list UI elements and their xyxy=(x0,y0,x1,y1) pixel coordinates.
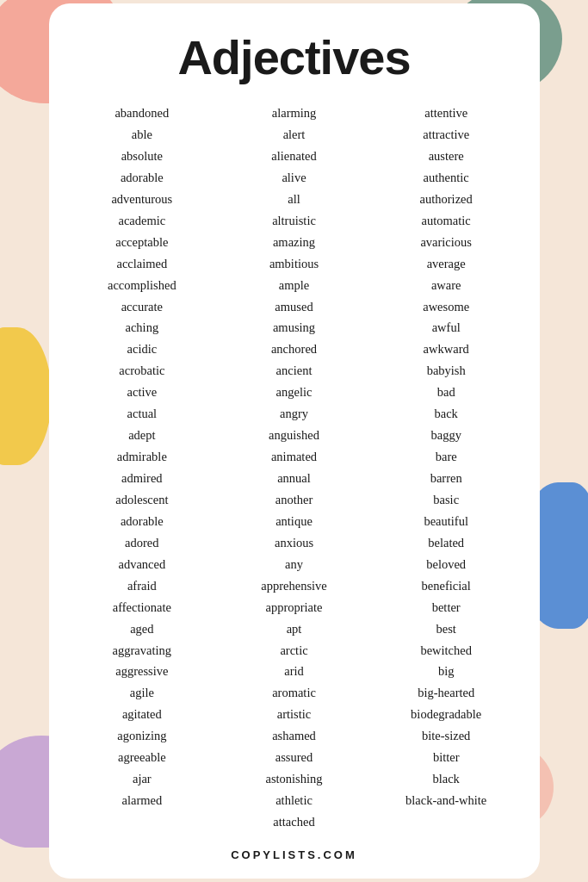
word-item: accurate xyxy=(121,296,163,318)
word-item: anguished xyxy=(269,425,319,446)
word-item: alienated xyxy=(271,146,316,167)
word-item: ample xyxy=(279,275,309,296)
word-item: abandoned xyxy=(115,102,169,124)
word-item: assured xyxy=(275,747,313,768)
word-item: barren xyxy=(430,468,462,489)
word-item: actual xyxy=(127,403,158,425)
word-item: agile xyxy=(130,682,154,704)
word-item: ambitious xyxy=(269,253,319,275)
word-item: adored xyxy=(125,532,158,554)
word-item: adept xyxy=(128,425,155,446)
word-item: affectionate xyxy=(113,597,171,618)
word-item: adorable xyxy=(121,167,164,189)
word-columns: abandonedableabsoluteadorableadventurous… xyxy=(66,102,523,833)
word-item: acclaimed xyxy=(116,253,167,275)
main-card: Adjectives abandonedableabsoluteadorable… xyxy=(49,3,540,879)
word-item: anchored xyxy=(271,339,317,360)
word-item: black-and-white xyxy=(405,790,486,811)
word-item: beloved xyxy=(426,554,466,575)
word-item: average xyxy=(427,253,466,275)
column-2: alarmingalertalienatedaliveallaltruistic… xyxy=(218,102,370,833)
word-item: able xyxy=(132,124,152,146)
word-item: athletic xyxy=(275,790,313,811)
word-item: agreeable xyxy=(118,747,166,768)
word-item: academic xyxy=(118,210,165,232)
word-item: admirable xyxy=(117,446,167,468)
word-item: biodegradable xyxy=(411,704,481,725)
word-item: alarming xyxy=(272,102,317,124)
word-item: angry xyxy=(280,403,308,425)
word-item: aromatic xyxy=(272,682,316,704)
word-item: bite-sized xyxy=(422,725,470,747)
word-item: back xyxy=(434,403,457,425)
word-item: bitter xyxy=(433,747,460,768)
word-item: attractive xyxy=(423,124,469,146)
word-item: beneficial xyxy=(422,575,471,597)
word-item: aggravating xyxy=(113,640,171,662)
word-item: acidic xyxy=(127,339,158,360)
word-item: aching xyxy=(126,317,159,339)
word-item: bewitched xyxy=(420,640,472,662)
word-item: antique xyxy=(275,511,313,532)
word-item: acrobatic xyxy=(119,360,164,382)
word-item: attached xyxy=(273,811,314,833)
word-item: another xyxy=(275,489,313,511)
word-item: acceptable xyxy=(115,232,168,253)
word-item: apt xyxy=(287,618,302,640)
word-item: best xyxy=(436,618,456,640)
word-item: any xyxy=(285,554,303,575)
word-item: black xyxy=(432,768,459,790)
blob-left-middle xyxy=(0,327,52,465)
word-item: alarmed xyxy=(121,790,162,811)
word-item: automatic xyxy=(422,210,471,232)
word-item: baggy xyxy=(430,425,461,446)
word-item: apprehensive xyxy=(261,575,327,597)
word-item: angelic xyxy=(276,382,313,403)
word-item: bare xyxy=(436,446,457,468)
word-item: agonizing xyxy=(117,725,166,747)
word-item: belated xyxy=(428,532,464,554)
word-item: big-hearted xyxy=(418,682,474,704)
word-item: arid xyxy=(284,661,304,682)
word-item: annual xyxy=(277,468,311,489)
word-item: altruistic xyxy=(272,210,316,232)
page-title: Adjectives xyxy=(177,29,410,85)
word-item: big xyxy=(438,661,455,682)
column-3: attentiveattractiveaustereauthenticautho… xyxy=(370,102,523,833)
word-item: adorable xyxy=(121,511,164,532)
word-item: animated xyxy=(271,446,317,468)
word-item: adventurous xyxy=(111,189,172,210)
word-item: authentic xyxy=(424,167,469,189)
word-item: astonishing xyxy=(265,768,322,790)
word-item: aware xyxy=(431,275,461,296)
word-item: ancient xyxy=(276,360,313,382)
word-item: basic xyxy=(433,489,459,511)
word-item: amusing xyxy=(273,317,315,339)
word-item: amused xyxy=(275,296,313,318)
word-item: awesome xyxy=(423,296,469,318)
word-item: aged xyxy=(130,618,153,640)
footer-text: COPYLISTS.COM xyxy=(231,848,357,861)
word-item: all xyxy=(288,189,300,210)
word-item: accomplished xyxy=(108,275,176,296)
word-item: better xyxy=(432,597,461,618)
word-item: authorized xyxy=(420,189,473,210)
word-item: admired xyxy=(121,468,163,489)
word-item: active xyxy=(127,382,158,403)
word-item: ajar xyxy=(133,768,152,790)
word-item: awful xyxy=(432,317,461,339)
word-item: afraid xyxy=(127,575,157,597)
word-item: avaricious xyxy=(420,232,472,253)
word-item: babyish xyxy=(427,360,466,382)
word-item: alert xyxy=(283,124,306,146)
word-item: ashamed xyxy=(272,725,316,747)
word-item: aggressive xyxy=(115,661,168,682)
word-item: awkward xyxy=(424,339,469,360)
column-1: abandonedableabsoluteadorableadventurous… xyxy=(66,102,219,833)
word-item: anxious xyxy=(275,532,313,554)
word-item: alive xyxy=(282,167,306,189)
word-item: appropriate xyxy=(265,597,322,618)
word-item: attentive xyxy=(424,102,467,124)
word-item: adolescent xyxy=(115,489,168,511)
word-item: artistic xyxy=(277,704,311,725)
